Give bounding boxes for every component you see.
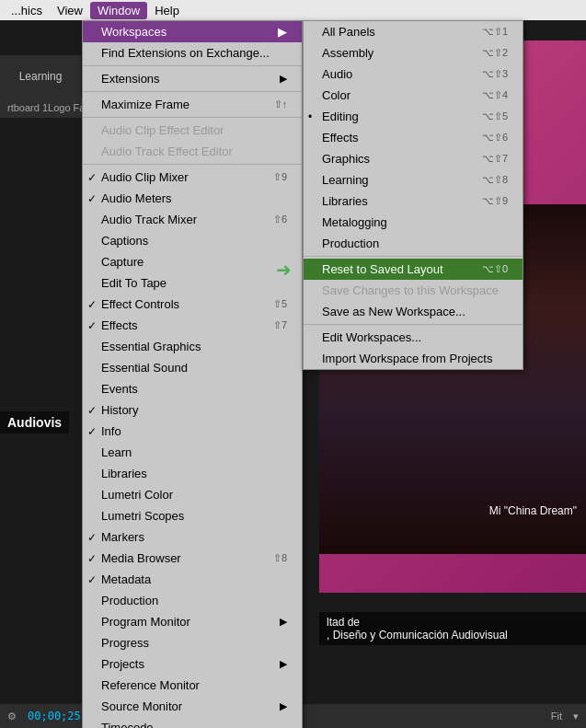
menu-item-metadata[interactable]: ✓ Metadata — [83, 569, 302, 590]
menu-divider-2 — [83, 91, 302, 92]
extensions-arrow-icon: ▶ — [280, 73, 287, 85]
check-metadata: ✓ — [87, 573, 97, 586]
learning-tab-label: Learning — [19, 70, 63, 83]
fit-label[interactable]: Fit — [551, 711, 562, 722]
menu-divider-1 — [83, 65, 302, 66]
menu-item-projects[interactable]: Projects ▶ — [83, 653, 302, 675]
menubar-view[interactable]: View — [50, 2, 90, 19]
menu-item-events[interactable]: Events — [83, 378, 302, 399]
submenu-editing[interactable]: • Editing ⌥⇧5 — [304, 106, 523, 127]
workspaces-submenu: All Panels ⌥⇧1 Assembly ⌥⇧2 Audio ⌥⇧3 Co… — [303, 20, 523, 370]
menubar-help[interactable]: Help — [147, 2, 187, 19]
subtitle-line2: , Diseño y Comunicación Audiovisual — [327, 629, 579, 641]
menubar: ...hics View Window Help — [0, 0, 586, 20]
submenu-save-new-workspace[interactable]: Save as New Workspace... — [304, 301, 523, 322]
submenu-arrow-icon: ▶ — [278, 25, 287, 39]
menu-item-audio-clip-mixer[interactable]: ✓ Audio Clip Mixer ⇧9 — [83, 167, 302, 188]
green-arrow-icon: ➜ — [276, 259, 292, 281]
check-effect-controls: ✓ — [87, 298, 97, 311]
check-editing: • — [308, 110, 312, 123]
audiovisual-label: Audiovis — [0, 411, 69, 433]
check-markers: ✓ — [87, 531, 97, 544]
submenu-reset-layout[interactable]: ➜ Reset to Saved Layout ⌥⇧0 — [304, 259, 523, 280]
menu-item-audio-clip-effect: Audio Clip Effect Editor — [83, 120, 302, 141]
menu-item-lumetri-scopes[interactable]: Lumetri Scopes — [83, 505, 302, 526]
menu-item-effect-controls[interactable]: ✓ Effect Controls ⇧5 — [83, 294, 302, 315]
menu-item-progress[interactable]: Progress — [83, 632, 302, 653]
check-effects: ✓ — [87, 319, 97, 332]
submenu-audio[interactable]: Audio ⌥⇧3 — [304, 64, 523, 85]
window-menu: Workspaces ▶ Find Extensions on Exchange… — [82, 20, 303, 728]
menu-item-reference-monitor[interactable]: Reference Monitor — [83, 675, 302, 696]
check-info: ✓ — [87, 425, 97, 438]
menu-item-effects[interactable]: ✓ Effects ⇧7 — [83, 315, 302, 336]
submenu-import-workspace[interactable]: Import Workspace from Projects — [304, 348, 523, 369]
source-monitor-arrow-icon: ▶ — [280, 700, 287, 712]
menu-item-markers[interactable]: ✓ Markers — [83, 526, 302, 548]
menu-item-audio-track-effect: Audio Track Effect Editor — [83, 141, 302, 162]
breadcrumb-text: rtboard 1Logo Fa... — [7, 102, 94, 113]
menu-item-audio-meters[interactable]: ✓ Audio Meters — [83, 188, 302, 209]
menu-item-program-monitor[interactable]: Program Monitor ▶ — [83, 611, 302, 632]
submenu-divider-1 — [304, 256, 523, 257]
menu-divider-4 — [83, 164, 302, 165]
menu-item-lumetri-color[interactable]: Lumetri Color — [83, 484, 302, 505]
check-audio-clip-mixer: ✓ — [87, 171, 97, 184]
dropdown-icon[interactable]: ▾ — [573, 711, 579, 722]
submenu-save-changes: Save Changes to this Workspace — [304, 280, 523, 301]
video-subtitle: ltad de , Diseño y Comunicación Audiovis… — [319, 612, 586, 645]
submenu-production[interactable]: Production — [304, 233, 523, 254]
check-history: ✓ — [87, 404, 97, 417]
projects-arrow-icon: ▶ — [280, 658, 287, 670]
submenu-effects[interactable]: Effects ⌥⇧6 — [304, 127, 523, 148]
menu-item-production[interactable]: Production — [83, 590, 302, 611]
menu-item-find-extensions[interactable]: Find Extensions on Exchange... — [83, 42, 302, 64]
menu-item-history[interactable]: ✓ History — [83, 399, 302, 421]
menu-item-media-browser[interactable]: ✓ Media Browser ⇧8 — [83, 548, 302, 569]
menu-item-audio-track-mixer[interactable]: Audio Track Mixer ⇧6 — [83, 209, 302, 230]
video-overlay: Mi "China Dream" — [489, 504, 577, 517]
menu-divider-3 — [83, 117, 302, 118]
submenu-learning[interactable]: Learning ⌥⇧8 — [304, 169, 523, 191]
menu-item-source-monitor[interactable]: Source Monitor ▶ — [83, 696, 302, 717]
menu-item-info[interactable]: ✓ Info — [83, 421, 302, 442]
menubar-window[interactable]: Window — [90, 2, 147, 19]
menu-item-maximize-frame[interactable]: Maximize Frame ⇧↑ — [83, 94, 302, 115]
menu-item-timecode[interactable]: Timecode — [83, 717, 302, 728]
menu-item-libraries[interactable]: Libraries — [83, 463, 302, 484]
submenu-metalogging[interactable]: Metalogging — [304, 212, 523, 233]
tool-icon[interactable]: ⚙ — [7, 711, 17, 722]
menu-item-capture[interactable]: Capture — [83, 251, 302, 272]
check-audio-meters: ✓ — [87, 192, 97, 205]
subtitle-line1: ltad de — [327, 616, 579, 629]
menubar-graphics[interactable]: ...hics — [4, 2, 50, 19]
menu-item-essential-sound[interactable]: Essential Sound — [83, 357, 302, 378]
program-monitor-arrow-icon: ▶ — [280, 616, 287, 628]
menu-item-essential-graphics[interactable]: Essential Graphics — [83, 336, 302, 357]
submenu-color[interactable]: Color ⌥⇧4 — [304, 85, 523, 106]
submenu-graphics[interactable]: Graphics ⌥⇧7 — [304, 148, 523, 169]
submenu-libraries[interactable]: Libraries ⌥⇧9 — [304, 191, 523, 212]
submenu-divider-2 — [304, 324, 523, 325]
menu-item-extensions[interactable]: Extensions ▶ — [83, 68, 302, 89]
menu-item-captions[interactable]: Captions — [83, 230, 302, 251]
menu-item-workspaces-header[interactable]: Workspaces ▶ — [83, 21, 302, 42]
menu-item-edit-to-tape[interactable]: Edit To Tape — [83, 272, 302, 294]
submenu-edit-workspaces[interactable]: Edit Workspaces... — [304, 327, 523, 348]
submenu-all-panels[interactable]: All Panels ⌥⇧1 — [304, 21, 523, 42]
tab-learning[interactable]: Learning — [0, 55, 81, 98]
submenu-assembly[interactable]: Assembly ⌥⇧2 — [304, 42, 523, 64]
menu-item-learn[interactable]: Learn — [83, 442, 302, 463]
check-media-browser: ✓ — [87, 552, 97, 565]
